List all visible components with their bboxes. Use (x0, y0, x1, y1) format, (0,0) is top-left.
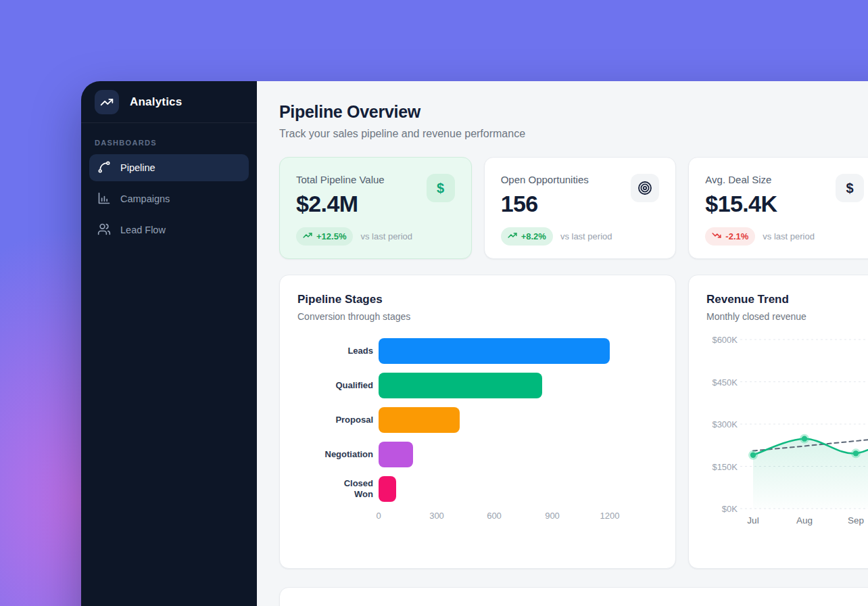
line-chart-svg (743, 335, 868, 510)
sidebar-section-label: DASHBOARDS (95, 139, 243, 147)
comparison-note: vs last period (360, 231, 412, 241)
app-title: Analytics (130, 95, 182, 109)
chart-title: Pipeline Stages (297, 293, 658, 306)
y-axis-tick: $0K (722, 504, 738, 514)
sidebar-item-label: Lead Flow (120, 225, 166, 235)
line-plot: JulAugSep (743, 335, 868, 529)
change-badge: +8.2% (501, 227, 553, 246)
comparison-note: vs last period (763, 231, 815, 241)
sidebar-item-lead-flow[interactable]: Lead Flow (89, 216, 249, 243)
bar-leads[interactable] (379, 338, 610, 364)
sidebar: Analytics DASHBOARDS Pipeline Campaigns (81, 81, 257, 606)
page-subtitle: Track your sales pipeline and revenue pe… (279, 128, 868, 140)
kpi-card-avg-deal-size[interactable]: Avg. Deal Size $15.4K -2.1% vs last peri… (688, 157, 868, 259)
sidebar-item-label: Campaigns (120, 193, 170, 204)
change-badge: -2.1% (705, 227, 755, 246)
users-icon (97, 223, 111, 238)
chart-subtitle: Monthly closed revenue (706, 311, 863, 322)
x-axis-tick: 300 (429, 511, 444, 521)
y-axis-tick: $150K (712, 462, 738, 472)
trending-up-icon (95, 90, 119, 114)
x-axis-tick: 900 (545, 511, 560, 521)
bar-category-label: Negotiation (297, 449, 373, 460)
pipeline-stages-bar-chart: LeadsQualifiedProposalNegotiationClosed … (297, 338, 658, 502)
bottom-card-partial (279, 587, 868, 606)
kpi-footer: -2.1% vs last period (705, 227, 864, 246)
bar-closed-won[interactable] (379, 476, 396, 502)
bar-category-label: Proposal (297, 415, 373, 425)
bar-chart-icon (97, 191, 111, 207)
x-axis-ticks: 03006009001200 (379, 511, 658, 523)
revenue-trend-card: Revenue Trend Monthly closed revenue $60… (688, 275, 868, 569)
bar-proposal[interactable] (379, 407, 460, 433)
bar-row: Negotiation (297, 442, 658, 467)
bar-row: Qualified (297, 373, 658, 398)
sidebar-nav: Pipeline Campaigns Lead Flow (81, 154, 257, 248)
x-axis-tick: Aug (796, 515, 813, 526)
x-axis-tick: 1200 (600, 511, 620, 521)
revenue-trend-line-chart: $600K$450K$300K$150K$0K JulAugSep (706, 335, 863, 529)
change-badge: +12.5% (296, 227, 353, 246)
kpi-card-open-opportunities[interactable]: Open Opportunities 156 +8.2% vs last per… (484, 157, 677, 259)
route-icon (97, 160, 111, 176)
x-axis-labels: JulAugSep (743, 515, 868, 529)
kpi-footer: +8.2% vs last period (501, 227, 660, 246)
x-axis-tick: 600 (487, 511, 502, 521)
main-content: Pipeline Overview Track your sales pipel… (257, 81, 868, 606)
change-value: +8.2% (521, 231, 546, 241)
comparison-note: vs last period (560, 231, 612, 241)
bar-row: Proposal (297, 407, 658, 433)
bar-track (379, 407, 658, 433)
data-point-sep (853, 450, 859, 456)
y-axis-tick: $600K (712, 335, 738, 345)
app-window: Analytics DASHBOARDS Pipeline Campaigns (81, 81, 868, 606)
kpi-footer: +12.5% vs last period (296, 227, 455, 246)
x-axis-tick: Jul (747, 515, 758, 526)
page-title: Pipeline Overview (279, 102, 868, 122)
sidebar-item-label: Pipeline (120, 162, 155, 173)
trending-up-icon (508, 231, 517, 242)
bar-category-label: Leads (297, 346, 373, 356)
x-axis-tick: Sep (848, 515, 864, 526)
kpi-card-total-pipeline-value[interactable]: Total Pipeline Value $2.4M +12.5% vs las… (279, 157, 472, 259)
trending-up-icon (303, 231, 312, 242)
bar-qualified[interactable] (379, 373, 542, 398)
sidebar-item-pipeline[interactable]: Pipeline (89, 154, 249, 181)
bar-track (379, 373, 658, 398)
dollar-icon: $ (427, 174, 455, 202)
charts-row: Pipeline Stages Conversion through stage… (279, 275, 868, 569)
change-value: -2.1% (725, 231, 748, 241)
bar-category-label: Closed Won (297, 478, 373, 500)
dollar-icon: $ (836, 174, 864, 202)
bar-track (379, 476, 658, 502)
target-icon (631, 174, 659, 202)
chart-subtitle: Conversion through stages (297, 311, 658, 322)
logo-row: Analytics (81, 81, 257, 123)
y-axis-labels: $600K$450K$300K$150K$0K (706, 335, 738, 513)
bar-track (379, 442, 658, 467)
bar-row: Closed Won (297, 476, 658, 502)
bar-chart-x-axis: 03006009001200 (297, 511, 658, 523)
bar-row: Leads (297, 338, 658, 364)
trending-down-icon (712, 231, 721, 242)
x-axis-tick: 0 (376, 511, 381, 521)
change-value: +12.5% (316, 231, 346, 241)
pipeline-stages-card: Pipeline Stages Conversion through stage… (279, 275, 676, 569)
chart-title: Revenue Trend (706, 293, 863, 306)
sidebar-item-campaigns[interactable]: Campaigns (89, 185, 249, 212)
bar-track (379, 338, 658, 364)
bar-category-label: Qualified (297, 380, 373, 391)
data-point-aug (802, 436, 807, 441)
axis-spacer (297, 511, 379, 523)
y-axis-tick: $300K (712, 419, 738, 429)
data-point-jul (750, 452, 756, 458)
kpi-grid: Total Pipeline Value $2.4M +12.5% vs las… (279, 157, 868, 259)
y-axis-tick: $450K (712, 377, 738, 388)
bar-negotiation[interactable] (379, 442, 413, 467)
